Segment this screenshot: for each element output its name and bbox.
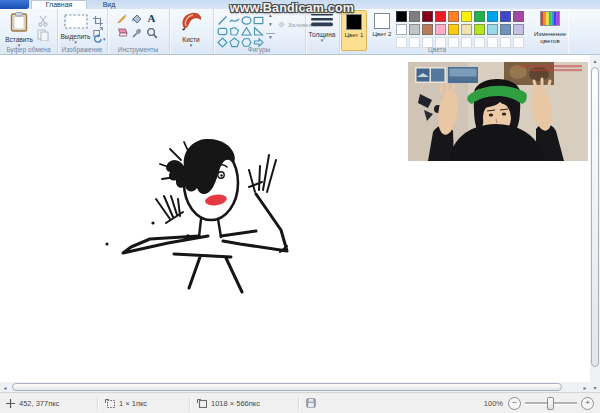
group-colors: Цвет 1 Цвет 2 Изменение цветов Цвета xyxy=(339,9,568,54)
app-menu-button[interactable] xyxy=(0,0,29,9)
zoom-slider-thumb[interactable] xyxy=(547,397,554,410)
scroll-left-icon: ◂ xyxy=(3,384,6,391)
group-image-label: Изображение xyxy=(57,46,107,53)
group-shapes: ▴ ▾ ▾ Заливка ▾ Фигуры xyxy=(213,9,306,54)
palette-color-99d9ea[interactable] xyxy=(487,24,498,35)
palette-color-c8bfe7[interactable] xyxy=(513,24,524,35)
zoom-out-icon: − xyxy=(512,399,517,407)
palette-color-ffaec9[interactable] xyxy=(435,24,446,35)
palette-color-000000[interactable] xyxy=(396,11,407,22)
disk-icon xyxy=(306,398,316,408)
magnifier-tool[interactable] xyxy=(145,26,158,39)
ribbon: Вставить ▾ Буфер обмена xyxy=(0,9,600,55)
palette-color-22b14c[interactable] xyxy=(474,11,485,22)
palette-color-ffc90e[interactable] xyxy=(448,24,459,35)
color2-swatch xyxy=(374,13,390,29)
palette-color-b5e61d[interactable] xyxy=(474,24,485,35)
rotate-button[interactable]: ▾ xyxy=(93,34,106,44)
shape-right-arrow-icon[interactable] xyxy=(253,34,264,45)
color2-button[interactable]: Цвет 2 xyxy=(369,10,395,51)
color-palette xyxy=(396,11,524,48)
selection-size-icon xyxy=(105,399,115,408)
size-dropdown-icon: ▾ xyxy=(308,38,336,42)
palette-color-7f7f7f[interactable] xyxy=(409,11,420,22)
palette-empty-slot[interactable] xyxy=(487,37,498,48)
scroll-down-icon: ▾ xyxy=(269,21,272,27)
image-size-icon xyxy=(197,399,207,408)
zoom-in-button[interactable]: + xyxy=(581,397,594,410)
vertical-scrollbar[interactable]: ▴ ▾ xyxy=(590,55,600,392)
pencil-icon xyxy=(116,13,128,25)
scroll-right-button[interactable]: ▸ xyxy=(580,382,590,392)
palette-color-3f48cc[interactable] xyxy=(500,11,511,22)
pencil-tool[interactable] xyxy=(115,12,128,25)
palette-color-ffffff[interactable] xyxy=(396,24,407,35)
color1-button[interactable]: Цвет 1 xyxy=(341,10,367,51)
horizontal-scrollbar[interactable]: ◂ ▸ xyxy=(0,382,590,392)
scroll-up-button[interactable]: ▴ xyxy=(590,55,600,65)
brushes-button[interactable]: Кисти ▾ xyxy=(174,10,208,53)
palette-color-880015[interactable] xyxy=(422,11,433,22)
zoom-out-button[interactable]: − xyxy=(508,397,521,410)
shape-diamond-icon[interactable] xyxy=(217,34,228,45)
shape-right-triangle-icon[interactable] xyxy=(253,23,264,34)
shapes-more-button[interactable]: ▾ xyxy=(266,33,275,40)
scroll-down-button[interactable]: ▾ xyxy=(590,382,600,392)
zoom-slider[interactable] xyxy=(525,397,577,410)
tab-view[interactable]: Вид xyxy=(89,0,129,9)
copy-button[interactable] xyxy=(37,27,49,45)
palette-empty-slot[interactable] xyxy=(513,37,524,48)
paste-button[interactable]: Вставить ▾ xyxy=(4,11,34,47)
scroll-left-button[interactable]: ◂ xyxy=(0,382,10,392)
shape-pentagon-icon[interactable] xyxy=(229,34,240,45)
size-button[interactable]: Толщина ▾ xyxy=(308,11,336,52)
text-tool[interactable]: A xyxy=(145,12,158,25)
select-button[interactable]: Выделить ▾ xyxy=(60,11,91,47)
palette-color-ff7f27[interactable] xyxy=(448,11,459,22)
shapes-scroll-down-button[interactable]: ▾ xyxy=(266,21,275,28)
tab-home-label: Главная xyxy=(46,1,73,9)
group-shapes-label: Фигуры xyxy=(213,46,305,53)
eraser-tool[interactable] xyxy=(115,26,128,39)
group-clipboard: Вставить ▾ Буфер обмена xyxy=(0,9,58,54)
palette-color-b97a57[interactable] xyxy=(422,24,433,35)
image-size-indicator: 1018 × 566пкс xyxy=(191,399,298,408)
palette-color-c3c3c3[interactable] xyxy=(409,24,420,35)
color-picker-tool[interactable] xyxy=(130,26,143,39)
shape-rounded-rectangle-icon[interactable] xyxy=(217,23,228,34)
shape-polygon-icon[interactable] xyxy=(229,23,240,34)
magnifier-icon xyxy=(146,27,158,39)
fill-tool[interactable] xyxy=(130,12,143,25)
palette-color-fff200[interactable] xyxy=(461,11,472,22)
bandicam-watermark-text: www.Bandicam.com xyxy=(230,1,354,15)
zoom-in-icon: + xyxy=(585,399,590,407)
webcam-overlay xyxy=(408,62,588,161)
shape-triangle-icon[interactable] xyxy=(241,23,252,34)
palette-color-7092be[interactable] xyxy=(500,24,511,35)
tab-home[interactable]: Главная xyxy=(31,0,87,9)
group-tools-label: Инструменты xyxy=(107,46,169,53)
color2-label: Цвет 2 xyxy=(371,30,393,37)
palette-empty-slot[interactable] xyxy=(500,37,511,48)
cursor-position-value: 452, 377пкс xyxy=(19,399,59,408)
edit-colors-button[interactable]: Изменение цветов xyxy=(529,11,571,44)
vertical-scrollbar-thumb[interactable] xyxy=(591,67,599,367)
shape-hexagon-icon[interactable] xyxy=(241,34,252,45)
horizontal-scrollbar-thumb[interactable] xyxy=(12,383,562,391)
scissors-icon xyxy=(37,15,49,27)
group-tools: A Инструменты xyxy=(107,9,170,54)
group-colors-label: Цвета xyxy=(396,46,478,53)
rotate-icon xyxy=(93,34,103,44)
fill-bucket-icon xyxy=(130,13,143,25)
eraser-icon xyxy=(115,27,128,38)
status-bar: 452, 377пкс 1 × 1пкс 1018 × 566пкс xyxy=(0,392,600,413)
paint-window: Главная Вид Вставить ▾ xyxy=(0,0,600,413)
palette-color-00a2e8[interactable] xyxy=(487,11,498,22)
group-image: Выделить ▾ ▾ Изображ xyxy=(57,9,108,54)
color1-label: Цвет 1 xyxy=(343,31,365,38)
selection-size-indicator: 1 × 1пкс xyxy=(99,399,189,408)
palette-color-ed1c24[interactable] xyxy=(435,11,446,22)
more-shapes-icon: ▾ xyxy=(269,34,272,40)
palette-color-a349a4[interactable] xyxy=(513,11,524,22)
palette-color-efe4b0[interactable] xyxy=(461,24,472,35)
